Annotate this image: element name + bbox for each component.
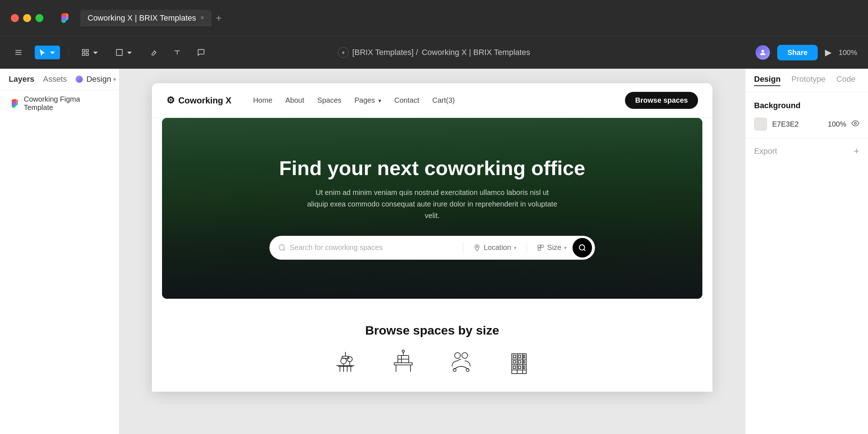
- active-tab[interactable]: Coworking X | BRIX Templates ×: [80, 10, 212, 26]
- browse-icon-team[interactable]: [447, 348, 476, 377]
- svg-rect-13: [538, 248, 541, 251]
- svg-rect-52: [513, 361, 516, 363]
- svg-rect-43: [512, 354, 526, 374]
- design-tab-button[interactable]: Design ▾: [76, 75, 116, 84]
- svg-rect-4: [86, 49, 88, 51]
- avatar-icon: [759, 48, 767, 56]
- canvas-area: ⚙ Coworking X Home About Spaces Pages ▾ …: [119, 69, 745, 434]
- pen-tool-button[interactable]: [146, 46, 161, 59]
- layer-figma-icon: [9, 98, 19, 109]
- svg-rect-12: [541, 245, 544, 247]
- search-submit-icon: [578, 244, 586, 252]
- file-title: Coworking X | BRIX Templates: [422, 48, 530, 57]
- location-area[interactable]: Location ▾: [468, 243, 522, 252]
- opacity-value[interactable]: 100%: [828, 120, 846, 128]
- nav-cart[interactable]: Cart(3): [432, 96, 455, 105]
- nav-spaces[interactable]: Spaces: [317, 96, 341, 105]
- close-button[interactable]: [11, 14, 19, 22]
- right-panel: Design Prototype Code Background E7E3E2 …: [745, 69, 868, 434]
- hamburger-menu-button[interactable]: [11, 46, 26, 59]
- rectangle-icon: [115, 48, 123, 56]
- design-tab-label: Design: [86, 75, 111, 84]
- search-input-area: Search for coworking spaces: [278, 243, 459, 252]
- browse-spaces-button[interactable]: Browse spaces: [625, 92, 698, 109]
- logo-icon: ⚙: [166, 95, 175, 106]
- visibility-toggle-icon[interactable]: [851, 119, 859, 129]
- svg-rect-11: [538, 245, 541, 247]
- panel-tabs: Layers Assets Design ▾: [0, 69, 119, 90]
- size-area[interactable]: Size ▾: [531, 243, 573, 252]
- minimize-button[interactable]: [23, 14, 31, 22]
- toolbar-right: Share ▶ 100%: [756, 36, 857, 69]
- select-tool-button[interactable]: [35, 46, 60, 59]
- search-icon: [278, 244, 286, 252]
- svg-rect-54: [523, 361, 525, 363]
- shape-tool-button[interactable]: [112, 46, 137, 59]
- tool-group-text: [170, 46, 185, 59]
- select-dropdown-icon: [48, 48, 56, 56]
- right-tab-design[interactable]: Design: [754, 75, 780, 86]
- svg-rect-53: [518, 361, 521, 363]
- svg-rect-5: [82, 53, 85, 55]
- color-value[interactable]: E7E3E2: [772, 120, 823, 128]
- browse-section: Browse spaces by size: [152, 309, 712, 392]
- right-tab-prototype[interactable]: Prototype: [791, 75, 825, 86]
- background-label: Background: [754, 101, 859, 110]
- svg-rect-51: [523, 355, 525, 358]
- logo-text: Coworking X: [178, 95, 231, 106]
- layer-name: Coworking Figma Template: [24, 95, 110, 112]
- svg-rect-57: [523, 366, 525, 369]
- browse-icon-desk[interactable]: [331, 348, 360, 377]
- search-submit-button[interactable]: [573, 238, 592, 258]
- tab-layers[interactable]: Layers: [9, 75, 34, 84]
- browse-icon-office[interactable]: [389, 348, 418, 377]
- svg-point-14: [579, 245, 585, 250]
- user-avatar-button[interactable]: [756, 45, 770, 60]
- search-bar: Search for coworking spaces Location ▾: [269, 236, 595, 260]
- nav-about[interactable]: About: [285, 96, 304, 105]
- site-nav-right: Browse spaces: [625, 92, 698, 109]
- new-tab-button[interactable]: +: [216, 12, 222, 24]
- search-placeholder-text[interactable]: Search for coworking spaces: [290, 243, 383, 252]
- layer-item-coworking[interactable]: Coworking Figma Template: [0, 90, 119, 117]
- svg-rect-6: [86, 53, 88, 55]
- zoom-control[interactable]: 100%: [839, 48, 857, 57]
- site-navigation: ⚙ Coworking X Home About Spaces Pages ▾ …: [152, 83, 712, 118]
- right-tab-code[interactable]: Code: [837, 75, 856, 86]
- location-dropdown-icon: ▾: [514, 245, 516, 251]
- hero-section: Find your next coworking office Ut enim …: [162, 118, 702, 299]
- tool-group-frame: [78, 46, 103, 59]
- tab-title: Coworking X | BRIX Templates: [88, 13, 196, 23]
- add-export-button[interactable]: +: [854, 145, 859, 157]
- share-button[interactable]: Share: [777, 45, 818, 60]
- svg-rect-49: [513, 355, 516, 358]
- toolbar-separator-1: [69, 47, 69, 58]
- color-row: E7E3E2 100%: [754, 118, 859, 131]
- search-separator-2: [527, 242, 527, 253]
- nav-pages[interactable]: Pages ▾: [354, 96, 381, 105]
- svg-point-10: [476, 246, 478, 247]
- cursor-icon: [38, 48, 46, 56]
- nav-contact[interactable]: Contact: [394, 96, 419, 105]
- browse-title: Browse spaces by size: [162, 323, 702, 337]
- present-button[interactable]: ▶: [825, 47, 831, 58]
- color-swatch[interactable]: [754, 118, 767, 131]
- hero-content: Find your next coworking office Ut enim …: [162, 118, 702, 299]
- nav-home[interactable]: Home: [253, 96, 272, 105]
- search-separator-1: [463, 242, 463, 253]
- tab-assets[interactable]: Assets: [43, 75, 67, 84]
- tab-close-button[interactable]: ×: [200, 14, 204, 22]
- browse-icon-building[interactable]: [505, 348, 533, 377]
- location-label: Location: [484, 243, 511, 252]
- comment-tool-button[interactable]: [193, 46, 209, 59]
- size-icon: [537, 244, 544, 251]
- frame-tool-button[interactable]: [78, 46, 103, 59]
- export-label: Export: [754, 146, 777, 156]
- text-tool-button[interactable]: [170, 46, 185, 59]
- design-indicator-icon: [76, 76, 83, 83]
- pages-dropdown-icon: ▾: [378, 98, 381, 104]
- maximize-button[interactable]: [35, 14, 43, 22]
- design-chevron-icon: ▾: [113, 76, 116, 83]
- tool-group-pen: [146, 46, 161, 59]
- hero-title: Find your next coworking office: [279, 157, 585, 179]
